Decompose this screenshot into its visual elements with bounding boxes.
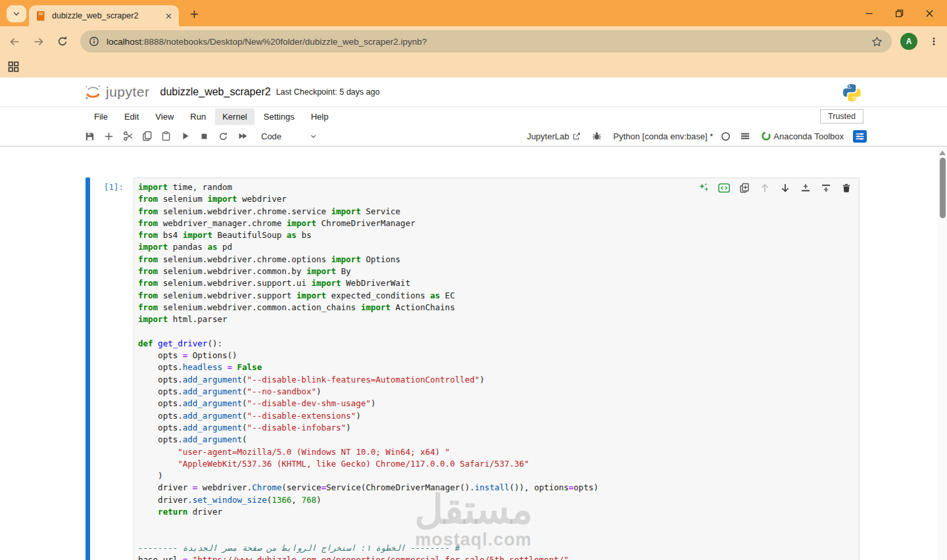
url-text[interactable]: localhost:8888/notebooks/Desktop/New%20f… bbox=[107, 37, 427, 47]
code-line[interactable]: opts.add_argument("--disable-infobars") bbox=[138, 422, 855, 434]
window-controls bbox=[854, 0, 944, 26]
site-info-icon[interactable] bbox=[89, 36, 99, 47]
kernel-status-icon[interactable] bbox=[721, 131, 731, 141]
jupyterlab-link[interactable]: JupyterLab bbox=[527, 131, 581, 141]
bookmarks-row bbox=[0, 57, 947, 78]
profile-avatar[interactable]: A bbox=[900, 33, 917, 50]
code-lines: import time, randomfrom selenium import … bbox=[138, 181, 855, 560]
browser-navbar: localhost:8888/notebooks/Desktop/New%20f… bbox=[0, 26, 947, 57]
menu-run[interactable]: Run bbox=[183, 108, 213, 125]
save-icon[interactable] bbox=[80, 129, 99, 143]
reload-button[interactable] bbox=[55, 34, 70, 49]
code-line[interactable] bbox=[138, 518, 855, 530]
new-tab-button[interactable] bbox=[187, 7, 201, 21]
debugger-bug-icon[interactable] bbox=[592, 131, 602, 141]
browser-tab[interactable]: dubizzle_web_scraper2 bbox=[29, 5, 179, 26]
code-cell-editor[interactable]: import time, randomfrom selenium import … bbox=[134, 177, 860, 560]
bookmark-star-icon[interactable] bbox=[871, 36, 883, 47]
code-line[interactable]: from selenium.webdriver.chrome.options i… bbox=[138, 254, 855, 266]
restore-button[interactable] bbox=[884, 0, 914, 26]
move-cell-up-icon[interactable] bbox=[759, 182, 771, 194]
code-line[interactable]: opts.add_argument("--disable-extensions"… bbox=[138, 410, 855, 422]
notification-menu-icon[interactable] bbox=[740, 131, 750, 141]
code-line[interactable]: from selenium.webdriver.support import e… bbox=[138, 290, 855, 302]
ai-sparkles-icon[interactable] bbox=[698, 182, 710, 194]
code-line[interactable] bbox=[138, 326, 855, 338]
close-window-button[interactable] bbox=[914, 0, 944, 26]
code-line[interactable]: driver = webdriver.Chrome(service=Servic… bbox=[138, 482, 855, 494]
address-bar[interactable]: localhost:8888/notebooks/Desktop/New%20f… bbox=[80, 30, 892, 53]
tab-close-icon[interactable] bbox=[165, 12, 172, 20]
code-line[interactable]: from selenium.webdriver.support.ui impor… bbox=[138, 277, 855, 289]
scrollbar[interactable] bbox=[938, 147, 947, 560]
menu-view[interactable]: View bbox=[148, 108, 181, 125]
interrupt-kernel-icon[interactable] bbox=[195, 129, 214, 143]
cell-type-chevron-icon[interactable] bbox=[309, 132, 318, 141]
notebook-title[interactable]: dubizzle_web_scraper2 bbox=[160, 86, 271, 98]
trusted-button[interactable]: Trusted bbox=[820, 109, 863, 124]
jupyter-logo-text: jupyter bbox=[106, 84, 150, 100]
toolbar-right: JupyterLab Python [conda env:base] * bbox=[527, 130, 867, 143]
browser-menu-icon[interactable] bbox=[926, 34, 942, 49]
menu-file[interactable]: File bbox=[87, 108, 115, 125]
insert-cell-below-icon[interactable] bbox=[820, 182, 832, 194]
jupyter-logo[interactable]: jupyter bbox=[84, 83, 150, 101]
menu-edit[interactable]: Edit bbox=[117, 108, 146, 125]
menu-settings[interactable]: Settings bbox=[256, 108, 302, 125]
tab-search-button[interactable] bbox=[7, 5, 26, 22]
cut-icon[interactable] bbox=[118, 129, 137, 143]
code-line[interactable]: from webdriver_manager.chrome import Chr… bbox=[138, 218, 855, 229]
code-line[interactable]: driver.set_window_size(1366, 768) bbox=[138, 494, 855, 506]
code-line[interactable]: "AppleWebKit/537.36 (KHTML, like Gecko) … bbox=[138, 458, 855, 470]
code-line[interactable]: # -------- الخطوة ١: استخراج الروابط من … bbox=[138, 542, 855, 554]
restart-run-all-icon[interactable] bbox=[233, 129, 252, 143]
jupyter-logo-icon bbox=[84, 83, 102, 101]
duplicate-cell-icon[interactable] bbox=[739, 182, 750, 194]
jupyterlab-label: JupyterLab bbox=[527, 131, 569, 141]
scrollbar-up-arrow[interactable] bbox=[939, 151, 946, 155]
code-line[interactable]: opts.headless = False bbox=[138, 362, 855, 373]
copy-icon[interactable] bbox=[137, 129, 157, 143]
restart-kernel-icon[interactable] bbox=[214, 129, 233, 143]
code-line[interactable]: return driver bbox=[138, 506, 855, 518]
insert-cell-above-icon[interactable] bbox=[800, 182, 812, 194]
back-button[interactable] bbox=[7, 34, 22, 49]
code-assist-icon[interactable] bbox=[718, 182, 730, 194]
scrollbar-thumb[interactable] bbox=[940, 158, 946, 218]
add-cell-icon[interactable] bbox=[99, 129, 118, 143]
anaconda-toolbox[interactable]: Anaconda Toolbox bbox=[761, 131, 844, 141]
menu-kernel[interactable]: Kernel bbox=[215, 108, 255, 125]
code-line[interactable]: ) bbox=[138, 470, 855, 482]
paste-icon[interactable] bbox=[157, 129, 176, 143]
anaconda-toolbox-label: Anaconda Toolbox bbox=[773, 131, 844, 141]
tab-groups-grid-icon[interactable] bbox=[8, 61, 19, 72]
code-line[interactable]: from selenium import webdriver bbox=[138, 193, 855, 205]
code-line[interactable]: from bs4 import BeautifulSoup as bs bbox=[138, 229, 855, 241]
minimize-button[interactable] bbox=[854, 0, 884, 26]
notebook-content: [1]: import time, randomfrom selenium im… bbox=[0, 147, 947, 560]
code-line[interactable]: "user-agent=Mozilla/5.0 (Windows NT 10.0… bbox=[138, 446, 855, 458]
code-line[interactable]: def get_driver(): bbox=[138, 338, 855, 350]
cell-type-select[interactable]: Code bbox=[261, 131, 281, 141]
code-line[interactable]: opts = Options() bbox=[138, 350, 855, 362]
notebook-toolbar: Code JupyterLab Python [conda env:base] … bbox=[0, 126, 947, 147]
cell-collapser-bar[interactable] bbox=[85, 177, 90, 560]
code-line[interactable]: from selenium.webdriver.chrome.service i… bbox=[138, 206, 855, 218]
move-cell-down-icon[interactable] bbox=[779, 182, 791, 194]
code-line[interactable]: base_url = "https://www.dubizzle.com.eg/… bbox=[138, 554, 855, 560]
anaconda-toolbox-toggle[interactable] bbox=[853, 130, 867, 143]
delete-cell-icon[interactable] bbox=[840, 182, 852, 194]
code-line[interactable]: import html.parser bbox=[138, 314, 855, 325]
menu-help[interactable]: Help bbox=[304, 108, 336, 125]
kernel-name[interactable]: Python [conda env:base] * bbox=[613, 131, 713, 141]
code-line[interactable]: opts.add_argument("--disable-dev-shm-usa… bbox=[138, 398, 855, 409]
run-cell-icon[interactable] bbox=[176, 129, 195, 143]
code-line[interactable]: opts.add_argument("--no-sandbox") bbox=[138, 386, 855, 398]
forward-button[interactable] bbox=[30, 34, 46, 49]
code-line[interactable] bbox=[138, 530, 855, 542]
code-line[interactable]: opts.add_argument("--disable-blink-featu… bbox=[138, 374, 855, 386]
code-line[interactable]: opts.add_argument( bbox=[138, 434, 855, 446]
code-line[interactable]: from selenium.webdriver.common.by import… bbox=[138, 266, 855, 277]
code-line[interactable]: import pandas as pd bbox=[138, 241, 855, 253]
code-line[interactable]: from selenium.webdriver.common.action_ch… bbox=[138, 302, 855, 314]
